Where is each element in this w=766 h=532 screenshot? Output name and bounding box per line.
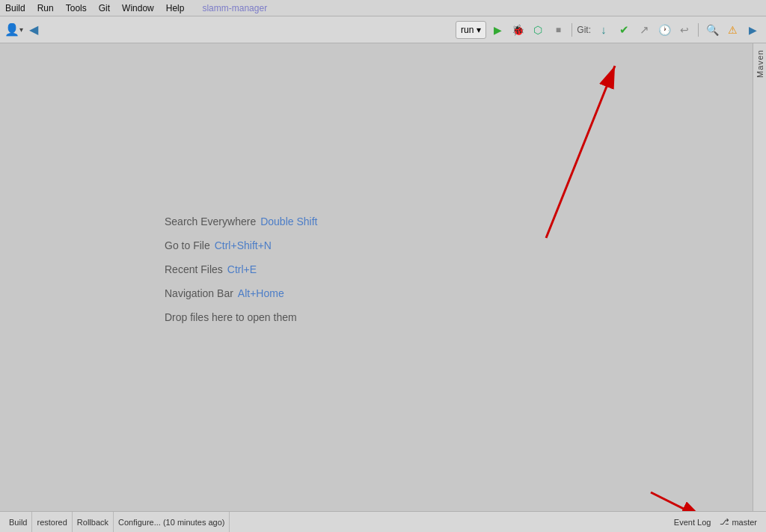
back-nav-button[interactable]: ◀: [25, 21, 43, 39]
hint-shortcut-2: Ctrl+Shift+N: [215, 239, 272, 251]
hint-shortcut-3: Ctrl+E: [227, 263, 257, 275]
next-tip-button[interactable]: ▶: [744, 21, 762, 39]
search-icon: 🔍: [706, 24, 719, 36]
build-label: Build: [9, 518, 27, 527]
git-commit-icon: ✔: [619, 23, 629, 37]
hint-label-1: Search Everywhere: [165, 215, 256, 227]
next-tip-icon: ▶: [749, 24, 757, 36]
status-build[interactable]: Build: [4, 512, 32, 532]
hint-label-2: Go to File: [165, 239, 210, 251]
coverage-icon: ⬡: [533, 24, 542, 36]
hint-label-5: Drop files here to open them: [165, 311, 297, 323]
git-push-button[interactable]: ↗: [635, 21, 653, 39]
hint-drop-files: Drop files here to open them: [165, 311, 317, 323]
run-icon: ▶: [494, 24, 502, 36]
search-button[interactable]: 🔍: [703, 21, 721, 39]
event-log-button[interactable]: Event Log: [670, 512, 716, 532]
stop-button[interactable]: ■: [549, 21, 567, 39]
git-branch-indicator[interactable]: ⎇ master: [715, 517, 762, 527]
rollback-label: Rollback: [77, 518, 108, 527]
debug-button[interactable]: 🐞: [509, 21, 527, 39]
annotation-svg: [0, 43, 753, 511]
run-config-label: run: [461, 25, 474, 35]
git-commit-button[interactable]: ✔: [615, 21, 633, 39]
stop-icon: ■: [556, 25, 561, 35]
status-configure[interactable]: Configure... (10 minutes ago): [114, 512, 230, 532]
hint-label-4: Navigation Bar: [165, 287, 233, 299]
problems-button[interactable]: ⚠: [723, 21, 741, 39]
hint-area: Search Everywhere Double Shift Go to Fil…: [165, 215, 317, 323]
menu-help[interactable]: Help: [164, 2, 187, 14]
annotation-arrow-1: [546, 66, 615, 238]
run-config-dropdown[interactable]: run ▾: [456, 21, 486, 39]
menu-run[interactable]: Run: [35, 2, 56, 14]
user-icon: 👤: [4, 22, 19, 37]
annotation-arrow-2: [651, 492, 703, 511]
status-restored[interactable]: restored: [32, 512, 72, 532]
toolbar: 👤▾ ◀ run ▾ ▶ 🐞 ⬡ ■ Git: ↓ ✔ ↗ 🕐 ↩: [0, 16, 766, 43]
restored-label: restored: [37, 518, 67, 527]
hint-recent-files: Recent Files Ctrl+E: [165, 263, 317, 275]
event-log-label: Event Log: [674, 518, 711, 527]
user-account-button[interactable]: 👤▾: [4, 21, 22, 39]
toolbar-divider-1: [572, 23, 572, 37]
hint-label-3: Recent Files: [165, 263, 223, 275]
git-rollback-icon: ↩: [680, 24, 689, 36]
status-bar: Build restored Rollback Configure... (10…: [0, 511, 766, 532]
menu-bar: Build Run Tools Git Window Help slamm-ma…: [0, 0, 766, 16]
git-rollback-button[interactable]: ↩: [675, 21, 693, 39]
menu-build[interactable]: Build: [3, 2, 28, 14]
status-rollback[interactable]: Rollback: [73, 512, 114, 532]
toolbar-divider-2: [698, 23, 699, 37]
debug-icon: 🐞: [512, 24, 524, 36]
git-branch-label: master: [732, 518, 757, 527]
hint-shortcut-4: Alt+Home: [238, 287, 284, 299]
run-dropdown-arrow: ▾: [477, 25, 481, 35]
hint-shortcut-1: Double Shift: [260, 215, 317, 227]
coverage-button[interactable]: ⬡: [529, 21, 547, 39]
hint-goto-file: Go to File Ctrl+Shift+N: [165, 239, 317, 251]
git-push-icon: ↗: [640, 23, 649, 37]
git-history-button[interactable]: 🕐: [655, 21, 673, 39]
maven-sidebar[interactable]: Maven: [753, 43, 766, 511]
menu-git[interactable]: Git: [96, 2, 112, 14]
git-history-icon: 🕐: [658, 24, 671, 36]
back-icon: ◀: [29, 22, 38, 37]
main-area: Search Everywhere Double Shift Go to Fil…: [0, 43, 766, 511]
menu-tools[interactable]: Tools: [64, 2, 89, 14]
configure-label: Configure... (10 minutes ago): [118, 518, 224, 527]
hint-search-everywhere: Search Everywhere Double Shift: [165, 215, 317, 227]
menu-window[interactable]: Window: [120, 2, 156, 14]
project-title: slamm-manager: [200, 2, 269, 14]
alert-icon: ⚠: [728, 24, 738, 36]
hint-navigation-bar: Navigation Bar Alt+Home: [165, 287, 317, 299]
run-button[interactable]: ▶: [488, 21, 506, 39]
annotation-arrows: [0, 43, 766, 511]
maven-label: Maven: [756, 49, 765, 78]
git-update-icon: ↓: [601, 23, 607, 36]
git-section-label: Git:: [577, 25, 591, 35]
git-update-button[interactable]: ↓: [595, 21, 613, 39]
git-branch-icon: ⎇: [720, 517, 729, 527]
